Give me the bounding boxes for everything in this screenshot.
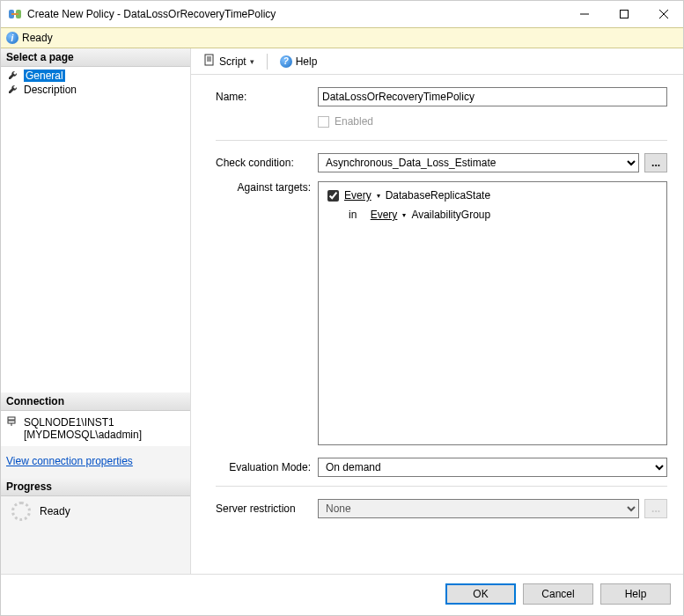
target-every-link-2[interactable]: Every bbox=[371, 209, 398, 221]
target-entity-2: AvailabilityGroup bbox=[411, 209, 490, 221]
chevron-down-icon: ▾ bbox=[250, 57, 254, 66]
progress-header: Progress bbox=[1, 478, 190, 496]
target-line-1: Every ▾ DatabaseReplicaState bbox=[327, 189, 658, 202]
enabled-checkbox bbox=[318, 116, 329, 128]
help-icon: ? bbox=[280, 55, 292, 68]
target-line-2: in Every ▾ AvailabilityGroup bbox=[327, 209, 658, 221]
help-button[interactable]: Help bbox=[600, 583, 671, 605]
evaluation-mode-label: Evaluation Mode: bbox=[216, 461, 318, 473]
server-restriction-ellipsis-button: ... bbox=[644, 499, 667, 518]
connection-server: SQLNODE1\INST1 bbox=[24, 416, 142, 429]
script-icon bbox=[203, 54, 216, 69]
name-label: Name: bbox=[216, 91, 318, 103]
window-controls bbox=[564, 2, 683, 26]
cancel-button[interactable]: Cancel bbox=[523, 583, 593, 605]
page-list: General Description bbox=[1, 67, 190, 392]
page-item-label: General bbox=[24, 70, 65, 82]
svg-rect-3 bbox=[620, 11, 628, 18]
svg-rect-7 bbox=[8, 421, 15, 423]
select-page-header: Select a page bbox=[1, 48, 190, 67]
status-text: Ready bbox=[22, 32, 53, 44]
target-checkbox[interactable] bbox=[327, 190, 339, 202]
toolbar-separator bbox=[267, 54, 268, 70]
enabled-label: Enabled bbox=[335, 115, 373, 128]
chevron-down-icon[interactable]: ▾ bbox=[377, 192, 380, 200]
target-in: in bbox=[349, 209, 357, 221]
view-connection-properties-link[interactable]: View connection properties bbox=[1, 446, 190, 478]
script-button[interactable]: Script ▾ bbox=[200, 52, 258, 70]
app-icon bbox=[8, 7, 22, 21]
divider bbox=[216, 140, 667, 141]
progress-block: Ready bbox=[1, 496, 190, 526]
target-entity-1: DatabaseReplicaState bbox=[386, 189, 490, 202]
wrench-icon bbox=[8, 84, 20, 96]
enabled-row: Enabled bbox=[318, 115, 667, 128]
title-bar: Create New Policy - DataLossOrRecoveryTi… bbox=[1, 1, 683, 27]
check-condition-ellipsis-button[interactable]: ... bbox=[644, 153, 667, 172]
svg-rect-9 bbox=[205, 55, 213, 65]
server-restriction-label: Server restriction bbox=[216, 502, 318, 515]
against-targets-box[interactable]: Every ▾ DatabaseReplicaState in Every ▾ … bbox=[318, 181, 667, 445]
page-item-label: Description bbox=[24, 84, 77, 96]
help-label: Help bbox=[296, 55, 318, 68]
progress-text: Ready bbox=[40, 505, 70, 517]
ok-button[interactable]: OK bbox=[445, 583, 516, 605]
connection-credential: [MYDEMOSQL\adadmin] bbox=[24, 429, 142, 441]
script-label: Script bbox=[219, 55, 246, 68]
svg-rect-6 bbox=[8, 417, 15, 420]
right-panel: Script ▾ ? Help Name: Enabled Ch bbox=[191, 48, 683, 574]
info-icon: i bbox=[6, 32, 18, 44]
check-condition-label: Check condition: bbox=[216, 157, 318, 169]
server-restriction-select[interactable]: None bbox=[318, 499, 639, 518]
status-bar: i Ready bbox=[1, 27, 683, 48]
check-condition-select[interactable]: Asynchronous_Data_Loss_Estimate bbox=[318, 153, 639, 172]
target-every-link[interactable]: Every bbox=[344, 189, 371, 202]
evaluation-mode-select[interactable]: On demand bbox=[318, 458, 667, 477]
wrench-icon bbox=[8, 70, 20, 82]
minimize-button[interactable] bbox=[564, 2, 604, 26]
progress-spinner-icon bbox=[11, 502, 31, 521]
chevron-down-icon[interactable]: ▾ bbox=[402, 211, 406, 219]
name-input[interactable] bbox=[318, 87, 667, 106]
server-icon bbox=[6, 416, 18, 429]
maximize-button[interactable] bbox=[604, 2, 644, 26]
form-area: Name: Enabled Check condition: Asynchron… bbox=[191, 75, 683, 574]
dialog-buttons: OK Cancel Help bbox=[1, 574, 683, 615]
toolbar: Script ▾ ? Help bbox=[191, 48, 683, 75]
against-targets-label: Against targets: bbox=[216, 181, 318, 194]
page-item-general[interactable]: General bbox=[6, 69, 185, 83]
close-button[interactable] bbox=[644, 2, 683, 26]
divider bbox=[216, 486, 667, 487]
connection-header: Connection bbox=[1, 392, 190, 411]
connection-info: SQLNODE1\INST1 [MYDEMOSQL\adadmin] bbox=[1, 411, 190, 446]
left-panel: Select a page General Description Connec… bbox=[1, 48, 191, 574]
page-item-description[interactable]: Description bbox=[6, 83, 185, 97]
help-button[interactable]: ? Help bbox=[276, 54, 321, 70]
window-title: Create New Policy - DataLossOrRecoveryTi… bbox=[27, 8, 564, 20]
